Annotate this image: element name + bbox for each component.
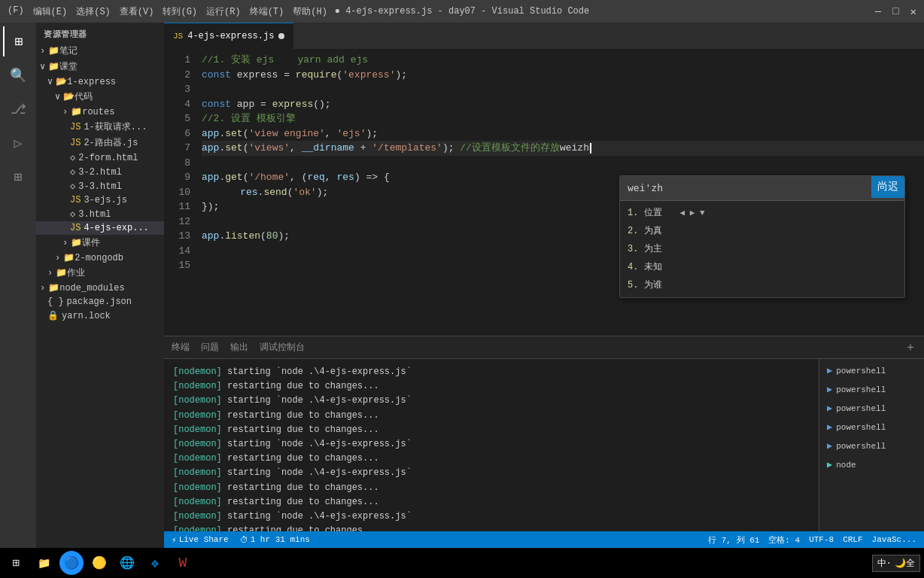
menu-terminal[interactable]: 终端(T): [250, 5, 284, 18]
panel: 终端 问题 输出 调试控制台 ＋ [nodemon] starting `nod…: [164, 336, 924, 531]
suggestion-2[interactable]: 2.为真: [620, 222, 904, 240]
ime-text: 中·: [877, 557, 892, 570]
sidebar-item-classroom[interactable]: ∨ 📁 课堂: [36, 59, 164, 75]
suggestion-4[interactable]: 4.未知: [620, 258, 904, 276]
sidebar-item-yarnlock[interactable]: 🔒 yarn.lock: [36, 309, 164, 323]
status-timer[interactable]: ⏱ 1 hr 31 mins: [240, 535, 310, 545]
sidebar-item-file5[interactable]: ◇ 3-3.html: [36, 179, 164, 193]
sidebar-item-note[interactable]: › 📁 笔记: [36, 43, 164, 59]
panel-tab-terminal[interactable]: 终端: [172, 338, 190, 357]
terminal-session-ps4[interactable]: ▶ powershell: [823, 419, 920, 435]
json-file-icon: { }: [47, 297, 64, 307]
terminal-session-ps1[interactable]: ▶ powershell: [823, 363, 920, 379]
chevron-right-icon: ›: [40, 46, 45, 56]
status-time-label: 1 hr 31 mins: [251, 535, 310, 544]
taskbar-blue[interactable]: 🔵: [59, 551, 84, 575]
taskbar-vscode[interactable]: ❖: [143, 551, 167, 575]
taskbar-app1[interactable]: 🟡: [87, 551, 111, 575]
activity-search[interactable]: 🔍: [3, 60, 33, 90]
activity-debug[interactable]: ▷: [3, 128, 33, 158]
status-line-ending[interactable]: CRLF: [843, 534, 862, 546]
terminal-line: [nodemon] restarting due to changes...: [173, 452, 810, 466]
powershell-icon: ▶: [827, 384, 832, 395]
taskbar-app2[interactable]: W: [171, 551, 195, 575]
autocomplete-suggestions[interactable]: 1.位置 ◀ ▶ ▼ 2.为真 3.为主 4.未知: [620, 201, 904, 297]
folder-icon: 📂: [63, 91, 74, 102]
menu-help[interactable]: 帮助(H): [293, 5, 327, 18]
sidebar-item-file4[interactable]: ◇ 3-2.html: [36, 165, 164, 179]
taskbar-browser[interactable]: 🌐: [115, 551, 139, 575]
code-editor[interactable]: 12345 678910 1112131415 //1. 安装 ejs yarn…: [164, 49, 924, 336]
close-button[interactable]: ✕: [910, 5, 916, 18]
terminal-session-node[interactable]: ▶ node: [823, 457, 920, 473]
autocomplete-badge: 尚迟: [871, 176, 904, 198]
terminal-session-ps3[interactable]: ▶ powershell: [823, 400, 920, 416]
menu-edit[interactable]: 编辑(E): [33, 5, 68, 18]
status-bar: ⚡ Live Share ⏱ 1 hr 31 mins 行 7, 列 61 空格…: [164, 531, 924, 548]
folder-icon: 📁: [48, 45, 59, 56]
sidebar-item-routes[interactable]: › 📁 routes: [36, 105, 164, 119]
tab-label: 4-ejs-express.js: [187, 31, 274, 41]
sidebar-item-2mongodb[interactable]: › 📁 2-mongodb: [36, 251, 164, 265]
sidebar-item-nodemodules[interactable]: › 📁 node_modules: [36, 281, 164, 295]
taskbar-explorer[interactable]: 📁: [32, 551, 56, 575]
activity-source-control[interactable]: ⎇: [3, 94, 33, 124]
menu-run[interactable]: 运行(R): [206, 5, 241, 18]
session-label: powershell: [836, 367, 886, 376]
autocomplete-popup: wei'zh 1.位置 ◀ ▶ ▼ 2.为真 3.为主: [619, 175, 905, 298]
maximize-button[interactable]: □: [892, 5, 898, 18]
panel-tab-output[interactable]: 输出: [230, 338, 248, 357]
minimize-button[interactable]: —: [875, 5, 881, 18]
sidebar-item-file3[interactable]: ◇ 2-form.html: [36, 151, 164, 165]
activity-extensions[interactable]: ⊞: [3, 162, 33, 192]
panel-tab-debug[interactable]: 调试控制台: [260, 338, 305, 357]
sidebar-item-file1[interactable]: JS 1-获取请求...: [36, 119, 164, 135]
menu-bar[interactable]: (F) 编辑(E) 选择(S) 查看(V) 转到(G) 运行(R) 终端(T) …: [8, 5, 327, 18]
status-row-col: 行 7, 列 61: [708, 534, 759, 546]
chevron-right-icon: ›: [47, 268, 53, 278]
html-file-icon: ◇: [70, 166, 75, 178]
terminal-session-ps2[interactable]: ▶ powershell: [823, 382, 920, 397]
session-label: powershell: [836, 385, 886, 394]
status-spaces[interactable]: 空格: 4: [768, 534, 800, 546]
taskbar-start[interactable]: ⊞: [4, 551, 28, 575]
sidebar-item-file7[interactable]: ◇ 3.html: [36, 207, 164, 221]
sidebar-item-file2[interactable]: JS 2-路由器.js: [36, 135, 164, 151]
window-controls[interactable]: — □ ✕: [875, 5, 916, 18]
tab-4ejs[interactable]: JS 4-ejs-express.js: [164, 23, 293, 49]
sidebar-item-packagejson[interactable]: { } package.json: [36, 295, 164, 309]
autocomplete-arrows[interactable]: ◀ ▶ ▼: [680, 207, 705, 220]
ime-indicator[interactable]: 中· 🌙全: [872, 555, 920, 572]
sidebar-item-homework[interactable]: › 📁 作业: [36, 265, 164, 281]
sidebar-item-jianjian[interactable]: › 📁 课件: [36, 235, 164, 251]
sidebar-item-1express[interactable]: ∨ 📂 1-express: [36, 75, 164, 89]
status-position[interactable]: 行 7, 列 61: [708, 534, 759, 546]
menu-selection[interactable]: 选择(S): [76, 5, 111, 18]
session-label: node: [836, 461, 856, 470]
status-language[interactable]: JavaSc...: [872, 534, 916, 546]
code-content[interactable]: //1. 安装 ejs yarn add ejs const express =…: [198, 49, 924, 336]
menu-goto[interactable]: 转到(G): [163, 5, 197, 18]
status-encoding[interactable]: UTF-8: [809, 534, 834, 546]
terminal-output[interactable]: [nodemon] starting `node .\4-ejs-express…: [164, 359, 819, 531]
sidebar-item-file8[interactable]: JS 4-ejs-exp...: [36, 221, 164, 235]
terminal-line: [nodemon] restarting due to changes...: [173, 524, 810, 531]
status-spaces-label: 空格: 4: [768, 534, 800, 546]
terminal-line: [nodemon] starting `node .\4-ejs-express…: [173, 394, 810, 408]
terminal-session-ps5[interactable]: ▶ powershell: [823, 438, 920, 454]
menu-view[interactable]: 查看(V): [120, 5, 154, 18]
activity-explorer[interactable]: ⊞: [3, 26, 33, 56]
sidebar: 资源管理器 › 📁 笔记 ∨ 📁 课堂 ∨ 📂 1-express ∨ 📂 代码…: [36, 23, 164, 548]
suggestion-5[interactable]: 5.为谁: [620, 276, 904, 294]
status-live-share[interactable]: ⚡ Live Share: [172, 535, 229, 545]
panel-add-button[interactable]: ＋: [904, 339, 916, 355]
menu-file[interactable]: (F): [8, 5, 24, 18]
sidebar-item-code[interactable]: ∨ 📂 代码: [36, 89, 164, 105]
sidebar-label: routes: [82, 107, 114, 117]
folder-icon: 📂: [56, 76, 67, 87]
panel-tab-problems[interactable]: 问题: [201, 338, 219, 357]
terminal-line: [nodemon] restarting due to changes...: [173, 495, 810, 510]
sidebar-item-file6[interactable]: JS 3-ejs.js: [36, 193, 164, 207]
suggestion-1[interactable]: 1.位置 ◀ ▶ ▼: [620, 204, 904, 222]
suggestion-3[interactable]: 3.为主: [620, 240, 904, 258]
